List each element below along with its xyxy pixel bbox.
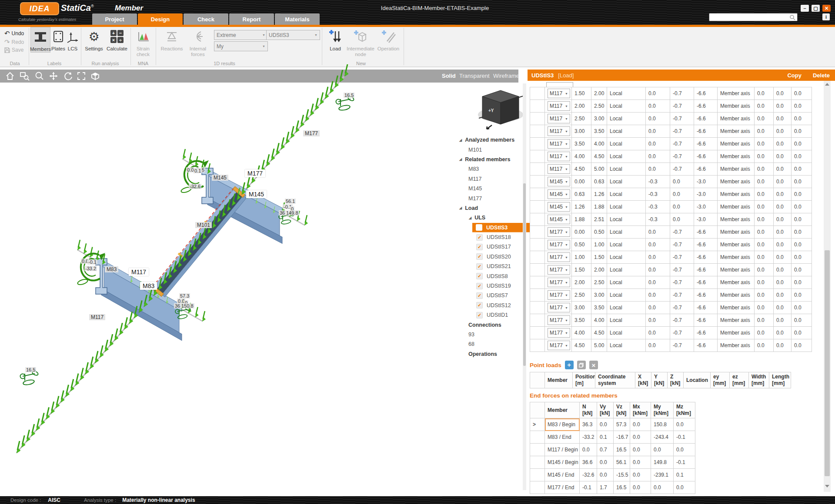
checkbox-checked-icon[interactable]: ✓ (476, 224, 482, 231)
end-force-row[interactable]: >M83 / Begin36.30.057.30.0150.80.0 (530, 418, 695, 431)
end-force-row[interactable]: M117 / Begin0.00.716.50.00.00.0 (530, 444, 695, 456)
tree-scrollbar[interactable] (523, 83, 526, 490)
expander-icon[interactable]: ◢ (459, 138, 462, 142)
member-dropdown[interactable]: M117▼ (548, 126, 570, 136)
row-selector[interactable] (530, 239, 545, 251)
scroll-down-icon[interactable] (825, 485, 829, 487)
row-selector[interactable] (530, 188, 545, 201)
member-dropdown[interactable]: M177▼ (548, 315, 570, 325)
tree-item-m101[interactable]: M101 (455, 145, 524, 154)
member-dropdown[interactable]: M177▼ (548, 328, 570, 338)
tree-item-m145[interactable]: M145 (455, 184, 524, 193)
row-selector[interactable] (530, 456, 545, 469)
tree-item-93[interactable]: 93 (455, 330, 524, 339)
row-selector[interactable] (530, 226, 545, 239)
checkbox-checked-icon[interactable]: ✓ (476, 244, 483, 250)
expander-icon[interactable]: ◢ (459, 206, 462, 210)
minimize-button[interactable]: – (801, 5, 809, 12)
member-dropdown[interactable]: M177▼ (548, 341, 570, 350)
member-dropdown[interactable]: M177▼ (548, 240, 570, 249)
copy-point-load-button[interactable] (577, 361, 586, 369)
end-force-row[interactable]: M177 / End-0.11.716.50.00.00.0 (530, 481, 695, 494)
tree-item-udstis3[interactable]: ✓UDStIS3 (455, 223, 524, 232)
row-selector[interactable] (530, 125, 545, 138)
checkbox-checked-icon[interactable]: ✓ (476, 283, 483, 289)
tree-item-udstis21[interactable]: ✓UDStIS21 (455, 262, 524, 271)
end-force-row[interactable]: M145 / End-32.60.0-15.50.0-239.10.1 (530, 469, 695, 481)
row-selector[interactable] (530, 138, 545, 150)
end-force-row[interactable]: M83 / End-33.20.1-16.70.0-243.4-0.1 (530, 431, 695, 444)
add-point-load-button[interactable]: ＋ (565, 361, 574, 369)
row-selector[interactable] (530, 469, 545, 481)
row-selector[interactable] (530, 87, 545, 100)
end-force-row[interactable]: M145 / Begin36.60.056.10.0149.8-0.1 (530, 456, 695, 469)
checkbox-checked-icon[interactable]: ✓ (476, 253, 483, 260)
tree-item-udstis12[interactable]: ✓UDStIS12 (455, 301, 524, 310)
member-dropdown[interactable]: M177▼ (548, 290, 570, 300)
member-dropdown[interactable]: M177▼ (548, 265, 570, 275)
tree-item-udstis8[interactable]: ✓UDStIS8 (455, 271, 524, 281)
scroll-up-icon[interactable] (825, 83, 829, 86)
expand-icon[interactable]: > (533, 421, 536, 428)
member-dropdown[interactable]: M117▼ (548, 164, 570, 174)
tree-item-connections[interactable]: Connections (455, 320, 524, 329)
tree-item-udstid1[interactable]: ✓UDStID1 (455, 310, 524, 320)
tree-item-uls[interactable]: ◢ULS (455, 213, 524, 222)
tree-item-udstis18[interactable]: ✓UDStIS18 (455, 232, 524, 242)
row-selector[interactable] (530, 302, 545, 314)
tree-item-m83[interactable]: M83 (455, 164, 524, 174)
row-selector[interactable] (530, 113, 545, 125)
close-button[interactable]: ✕ (822, 5, 831, 12)
checkbox-checked-icon[interactable]: ✓ (476, 312, 483, 318)
delete-button[interactable]: Delete (813, 72, 830, 79)
row-selector[interactable] (530, 163, 545, 176)
expander-icon[interactable]: ◢ (459, 157, 462, 161)
row-selector[interactable] (530, 213, 545, 226)
row-selector[interactable]: > (530, 418, 545, 431)
checkbox-checked-icon[interactable]: ✓ (476, 302, 483, 308)
tree-item-analyzed-members[interactable]: ◢Analyzed members (455, 135, 524, 145)
tree-item-udstis7[interactable]: ✓UDStIS7 (455, 291, 524, 300)
expander-icon[interactable]: ◢ (469, 216, 471, 220)
row-selector[interactable] (530, 176, 545, 188)
member-dropdown[interactable]: M177▼ (548, 252, 570, 262)
selected-load-case[interactable]: ✓UDStIS3 (472, 223, 538, 232)
tree-item-m177[interactable]: M177 (455, 193, 524, 203)
member-dropdown[interactable]: M145▼ (548, 202, 570, 212)
info-button[interactable]: i (822, 13, 830, 20)
member-dropdown[interactable]: M145▼ (548, 189, 570, 199)
row-selector[interactable] (530, 251, 545, 264)
checkbox-checked-icon[interactable]: ✓ (476, 273, 483, 279)
tree-item-68[interactable]: 68 (455, 339, 524, 349)
tree-item-load[interactable]: ◢Load (455, 203, 524, 213)
tree-item-udstis17[interactable]: ✓UDStIS17 (455, 242, 524, 252)
tree-item-m117[interactable]: M117 (455, 174, 524, 184)
row-selector[interactable] (530, 150, 545, 163)
row-selector[interactable] (530, 100, 545, 113)
checkbox-checked-icon[interactable]: ✓ (476, 263, 483, 270)
member-dropdown[interactable]: M177▼ (548, 227, 570, 237)
copy-button[interactable]: Copy (787, 72, 802, 79)
row-selector[interactable] (530, 289, 545, 302)
member-dropdown[interactable]: M117▼ (548, 114, 570, 123)
checkbox-checked-icon[interactable]: ✓ (476, 292, 483, 299)
row-selector[interactable] (530, 201, 545, 213)
member-dropdown[interactable]: M117▼ (548, 101, 570, 111)
row-selector[interactable] (530, 276, 545, 289)
row-selector[interactable] (530, 339, 545, 352)
member-dropdown[interactable]: M177▼ (548, 303, 570, 312)
member-dropdown[interactable]: M117▼ (548, 139, 570, 149)
row-selector[interactable] (530, 264, 545, 276)
member-dropdown[interactable]: M145▼ (548, 177, 570, 186)
row-selector[interactable] (530, 431, 545, 444)
3d-viewport[interactable] (0, 0, 528, 496)
row-selector[interactable] (530, 327, 545, 339)
member-dropdown[interactable]: M177▼ (548, 278, 570, 287)
row-selector[interactable] (530, 314, 545, 327)
maximize-button[interactable]: ▢ (812, 5, 820, 12)
tree-item-related-members[interactable]: ◢Related members (455, 155, 524, 164)
search-input[interactable] (709, 13, 798, 21)
navigation-cube[interactable]: +Y (476, 87, 525, 130)
member-dropdown[interactable]: M145▼ (548, 215, 570, 224)
member-dropdown[interactable]: M117▼ (548, 152, 570, 161)
